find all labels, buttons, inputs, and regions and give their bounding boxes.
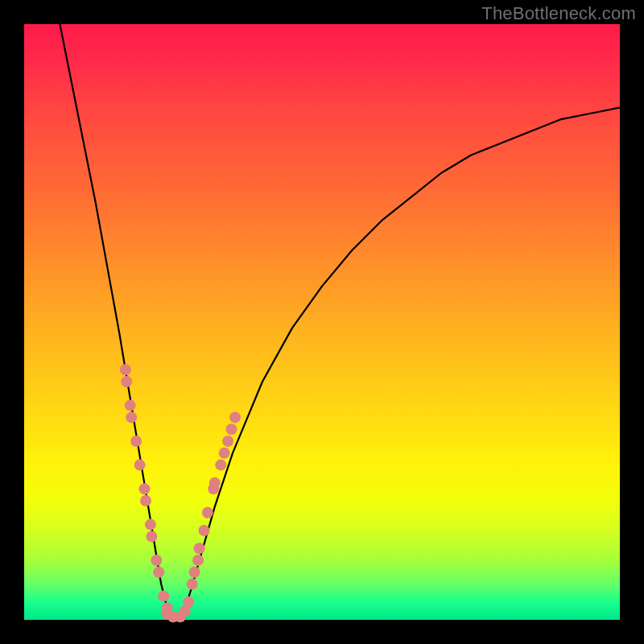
sample-dot [194,543,205,554]
sample-dot [219,448,230,459]
sample-dot [158,590,169,601]
sample-dot [187,579,198,590]
chart-svg [24,24,620,620]
sample-dot [199,525,210,536]
sample-dot [121,376,132,387]
sample-dot [134,460,146,471]
sample-dot [226,423,237,435]
sample-dot [151,555,162,566]
sample-dot [215,460,226,471]
sample-dot [229,411,241,423]
sample-dot [202,507,213,518]
sample-dot [146,530,157,542]
sample-dot [189,567,200,578]
watermark-text: TheBottleneck.com [481,3,636,24]
sample-dot [139,483,151,494]
sample-dot [183,597,194,608]
sample-dot [120,364,131,375]
sample-dot [125,400,136,411]
sample-dot [192,555,204,566]
sample-dot [126,411,137,423]
chart-frame: TheBottleneck.com [0,0,644,644]
sample-dot [209,477,221,489]
plot-area [24,24,620,620]
sample-dot [145,519,156,530]
sample-dot [130,436,142,447]
sample-dot [222,436,233,447]
bottleneck-curve [60,24,620,620]
sample-dots [120,364,241,622]
sample-dot [140,495,151,506]
sample-dot [153,567,164,578]
